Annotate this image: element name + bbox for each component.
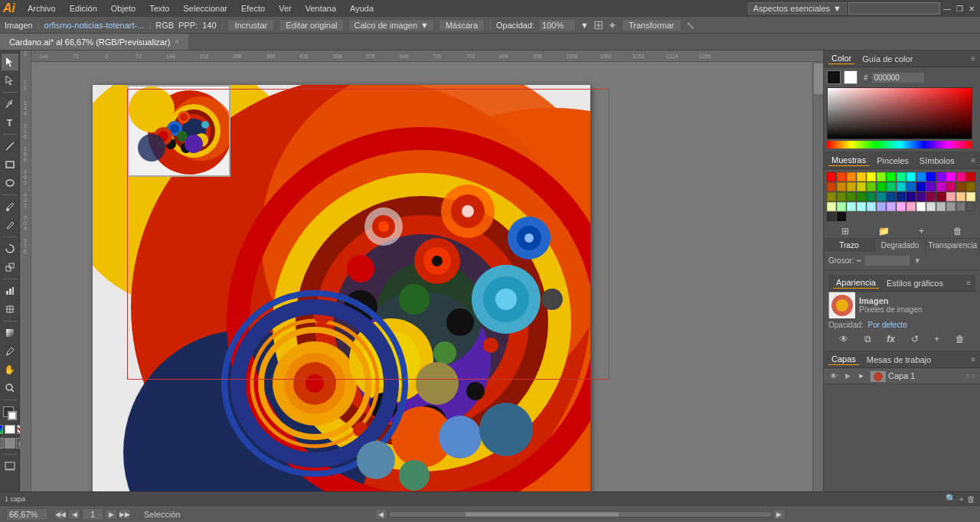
swatch-cell[interactable] [877,172,886,181]
swatch-cell[interactable] [936,182,946,191]
grosor-input[interactable] [864,255,910,266]
swatch-cell[interactable] [906,172,916,181]
menu-edicion[interactable]: Edición [64,2,103,15]
minimize-button[interactable]: — [942,3,952,14]
tool-eyedropper[interactable] [2,343,18,360]
swatch-cell[interactable] [857,182,866,191]
zoom-input[interactable] [6,508,48,520]
tool-artboard[interactable] [2,458,18,475]
swatch-cell[interactable] [906,182,916,191]
swatch-cell[interactable] [847,202,856,211]
swatch-cell[interactable] [966,202,975,211]
restore-button[interactable]: ❐ [954,3,965,14]
swatch-cell[interactable] [867,172,876,181]
swatch-delete[interactable]: 🗑 [953,226,962,237]
prev-button[interactable]: ◀ [68,509,80,520]
ap-fx-button[interactable]: fx [887,334,895,344]
tool-graph[interactable] [2,282,18,299]
swatch-cell[interactable] [877,192,886,201]
swatch-cell[interactable] [946,182,956,191]
prev-page-button[interactable]: ◀◀ [54,509,67,520]
swatch-cell[interactable] [857,192,866,201]
ap-refresh-button[interactable]: ↺ [911,334,919,344]
ap-visibility-button[interactable]: 👁 [839,334,848,344]
next-button[interactable]: ▶ [105,509,117,520]
view-mode-normal[interactable] [0,438,4,449]
menu-efecto[interactable]: Efecto [235,2,271,15]
swatch-cell[interactable] [827,212,836,221]
ap-duplicate-button[interactable]: ⧉ [864,334,871,344]
tab-trazo[interactable]: Trazo [824,239,875,252]
swatch-show-kinds[interactable]: ⊞ [841,226,849,237]
color-picker-canvas[interactable] [827,87,972,139]
swatch-new-color-group[interactable]: 📁 [878,226,890,237]
swatch-cell[interactable] [867,182,876,191]
swatch-cell[interactable] [827,172,836,181]
next-page-button[interactable]: ▶▶ [119,509,131,520]
swatch-cell[interactable] [887,182,896,191]
swatch-cell[interactable] [877,182,886,191]
swatch-cell[interactable] [966,182,975,191]
vertical-scrollbar[interactable] [812,62,823,505]
swatch-cell[interactable] [936,202,946,211]
swatch-cell[interactable] [837,172,846,181]
apariencia-menu[interactable]: ≡ [966,279,971,287]
calco-dropdown[interactable]: Calco de imagen ▼ [348,19,433,31]
capas-menu[interactable]: ≡ [971,355,975,364]
add-layer-button[interactable]: + [959,494,964,504]
swatch-cell[interactable] [897,192,906,201]
h-scroll-thumb[interactable] [466,512,618,517]
tab-capas[interactable]: Capas [828,354,859,365]
transform-button[interactable]: Transformar [622,19,681,31]
capa-visibility-toggle[interactable]: ○ [965,372,969,380]
tab-close-button[interactable]: × [175,38,179,46]
swatch-cell[interactable] [847,182,856,191]
tab-estilos-graficos[interactable]: Estilos gráficos [884,278,946,289]
tab-cardano[interactable]: Cardano.ai* al 66,67% (RGB/Previsualizar… [0,34,189,50]
hue-bar[interactable] [827,141,972,148]
scroll-left-button[interactable]: ◀ [375,509,387,520]
tab-degradado[interactable]: Degradado [875,239,926,252]
swatch-cell[interactable] [857,202,866,211]
mascara-button[interactable]: Máscara [439,19,485,31]
tool-selection[interactable] [2,54,18,70]
swatch-cell[interactable] [946,192,956,201]
capa-visibility-icon[interactable]: 👁 [828,370,839,381]
fill-swatch[interactable] [827,70,841,84]
swatches-panel-menu[interactable]: ≡ [971,156,975,165]
swatch-cell[interactable] [887,172,896,181]
swatch-cell[interactable] [837,182,846,191]
delete-layer-button[interactable]: 🗑 [967,494,975,504]
search-input[interactable] [848,2,940,15]
swatch-cell[interactable] [926,182,936,191]
swatch-cell[interactable] [926,192,936,201]
opacity-input[interactable] [539,19,576,31]
swatch-cell[interactable] [966,172,975,181]
swatch-cell[interactable] [916,202,926,211]
tool-rect[interactable] [2,156,18,173]
swatch-cell[interactable] [956,182,965,191]
swatch-cell[interactable] [827,182,836,191]
tool-zoom[interactable] [2,380,18,396]
color-mode-white[interactable] [5,425,15,434]
edit-original-button[interactable]: Editar original [279,19,344,31]
swatch-cell[interactable] [897,202,906,211]
swatch-cell[interactable] [936,192,946,201]
swatch-cell[interactable] [926,202,936,211]
tool-rotate[interactable] [2,240,18,257]
swatch-cell[interactable] [837,212,846,221]
swatch-cell[interactable] [897,172,906,181]
tab-mesas-trabajo[interactable]: Mesas de trabajo [864,354,934,365]
fill-stroke-indicator[interactable] [2,405,18,422]
swatch-cell[interactable] [906,192,916,201]
close-button[interactable]: ✕ [966,3,977,14]
h-scroll-track[interactable] [389,511,772,517]
capa-expand-icon[interactable]: ► [856,370,867,381]
tool-paintbrush[interactable] [2,198,18,215]
stroke-swatch[interactable] [844,70,858,84]
color-panel-close[interactable]: ≡ [971,54,975,63]
menu-archivo[interactable]: Archivo [21,2,62,15]
swatch-cell[interactable] [867,192,876,201]
swatch-cell[interactable] [956,202,965,211]
embed-button[interactable]: Incrustar [227,19,274,31]
